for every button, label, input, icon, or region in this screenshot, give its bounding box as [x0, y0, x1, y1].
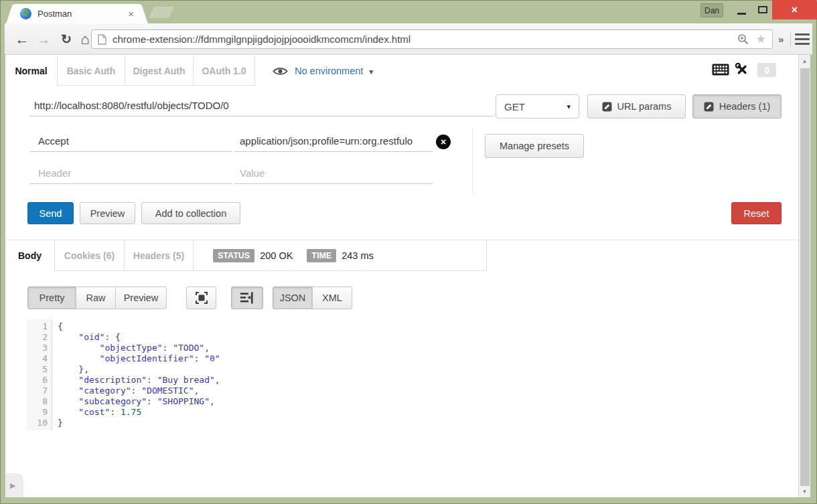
url-params-label: URL params [617, 101, 672, 112]
tab-close-icon[interactable]: × [127, 9, 135, 19]
toolbar-overflow-icon[interactable]: » [778, 23, 784, 55]
url-params-button[interactable]: URL params [587, 94, 686, 118]
response-tab-headers[interactable]: Headers (5) [125, 240, 194, 271]
manage-presets-button[interactable]: Manage presets [485, 134, 584, 158]
environment-label: No environment [295, 66, 363, 76]
page-icon [98, 34, 106, 45]
browser-window: Postman × Dan × ← → ↻ ⌂ [0, 0, 817, 504]
postman-favicon-icon [20, 8, 31, 19]
zoom-icon[interactable] [737, 33, 749, 46]
time-value: 243 ms [342, 250, 374, 261]
back-button[interactable]: ← [13, 23, 31, 55]
menu-button[interactable] [795, 33, 810, 45]
scroll-up-icon[interactable]: ▲ [799, 58, 810, 64]
keyboard-icon [712, 64, 729, 76]
code-line: } [58, 418, 785, 428]
tab-digest-auth[interactable]: Digest Auth [125, 56, 194, 86]
collection-requests-badge[interactable]: 0 [757, 63, 776, 77]
browser-tab[interactable]: Postman × [13, 4, 141, 23]
tab-title: Postman [38, 9, 127, 19]
line-wrap-icon [240, 292, 254, 304]
response-tab-body[interactable]: Body [5, 240, 55, 271]
line-number: 8 [27, 396, 48, 407]
add-to-collection-button[interactable]: Add to collection [141, 202, 240, 224]
line-number: 2 [27, 332, 48, 343]
line-number-gutter: 12345678910 [27, 319, 52, 430]
status-value: 200 OK [260, 250, 293, 261]
header-value-input[interactable] [234, 130, 433, 151]
select-all-button[interactable] [186, 286, 216, 309]
eye-icon [273, 66, 288, 76]
select-all-icon [195, 291, 208, 305]
request-url-field[interactable] [30, 95, 494, 116]
form-divider [472, 129, 473, 194]
code-line: "description": "Buy bread", [58, 375, 785, 386]
settings-button[interactable] [735, 62, 749, 77]
chevron-down-icon: ▼ [368, 67, 374, 76]
xml-button[interactable]: XML [312, 286, 352, 309]
url-input[interactable] [113, 33, 737, 45]
new-header-value-field[interactable] [234, 162, 433, 184]
preview-button[interactable]: Preview [80, 202, 135, 224]
headers-button[interactable]: Headers (1) [692, 94, 782, 118]
new-header-name-input[interactable] [30, 162, 232, 183]
response-tab-cookies[interactable]: Cookies (6) [55, 240, 125, 271]
line-number: 4 [27, 353, 48, 364]
delete-x-icon: × [441, 137, 446, 147]
send-button[interactable]: Send [27, 202, 74, 224]
header-value-field[interactable] [234, 130, 433, 152]
reset-button[interactable]: Reset [731, 202, 782, 224]
chevron-down-icon: ▾ [567, 102, 571, 111]
tab-normal[interactable]: Normal [5, 56, 58, 86]
raw-button[interactable]: Raw [76, 286, 116, 309]
close-icon: × [792, 4, 798, 16]
pretty-button[interactable]: Pretty [27, 286, 76, 309]
status-badge: STATUS [213, 249, 254, 262]
chevron-right-icon: ▶ [10, 481, 15, 490]
address-bar[interactable]: ★ [91, 29, 773, 49]
bookmark-star-icon[interactable]: ★ [756, 32, 766, 46]
code-line: "oid": { [58, 332, 785, 343]
line-number: 9 [27, 407, 48, 418]
profile-badge[interactable]: Dan [700, 3, 723, 17]
request-url-input[interactable] [30, 95, 494, 116]
tab-oauth[interactable]: OAuth 1.0 [194, 56, 255, 86]
code-line: }, [58, 364, 785, 375]
postman-app: Normal Basic Auth Digest Auth OAuth 1.0 … [5, 55, 798, 497]
line-number: 10 [27, 418, 48, 428]
tab-strip: Postman × Dan × [0, 0, 817, 23]
reload-button[interactable]: ↻ [57, 23, 76, 55]
tab-basic-auth[interactable]: Basic Auth [58, 56, 125, 86]
preview-mode-button[interactable]: Preview [115, 286, 167, 309]
wrench-icon [735, 62, 749, 77]
environment-selector[interactable]: No environment ▼ [273, 56, 374, 86]
delete-header-button[interactable]: × [436, 135, 451, 149]
keyboard-shortcuts-button[interactable] [712, 64, 729, 76]
page-scrollbar[interactable]: ▲ ▼ [798, 55, 810, 497]
new-header-name-field[interactable] [30, 162, 232, 184]
new-header-value-input[interactable] [234, 162, 433, 183]
time-badge: TIME [307, 249, 336, 262]
forward-button[interactable]: → [34, 23, 53, 55]
scrollbar-thumb[interactable] [800, 68, 810, 486]
maximize-button[interactable] [753, 0, 773, 20]
json-button[interactable]: JSON [273, 286, 313, 309]
header-name-input[interactable] [30, 130, 232, 151]
minimize-button[interactable] [732, 0, 751, 20]
code-line: "subcategory": "SHOPPING", [58, 396, 785, 407]
toolbar-separator [790, 32, 791, 46]
line-wrap-button[interactable] [231, 286, 263, 309]
code-line: "cost": 1.75 [58, 407, 785, 418]
close-window-button[interactable]: × [772, 0, 817, 19]
view-mode-group: Pretty Raw Preview [27, 286, 167, 309]
line-number: 5 [27, 364, 48, 375]
line-number: 7 [27, 386, 48, 396]
sidebar-toggle-handle[interactable]: ▶ [5, 473, 23, 497]
scroll-down-icon[interactable]: ▼ [799, 489, 810, 495]
method-value: GET [504, 101, 567, 112]
line-number: 3 [27, 343, 48, 353]
response-meta: STATUS 200 OK TIME 243 ms [194, 240, 487, 271]
method-select[interactable]: GET ▾ [496, 94, 579, 118]
new-tab-button[interactable] [149, 7, 174, 18]
header-name-field[interactable] [30, 130, 232, 152]
